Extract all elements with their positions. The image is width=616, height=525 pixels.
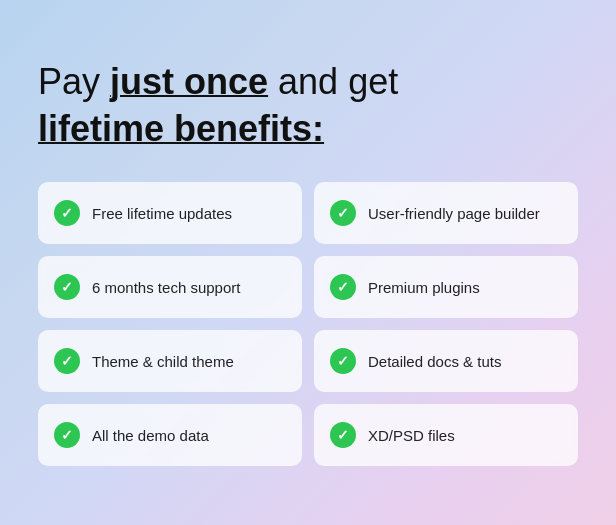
benefit-card-6-months-tech-support: 6 months tech support (38, 256, 302, 318)
headline-text: Pay just once and get (38, 61, 398, 102)
benefit-label-theme-child-theme: Theme & child theme (92, 352, 234, 372)
benefit-card-all-demo-data: All the demo data (38, 404, 302, 466)
check-icon-6-months-tech-support (54, 274, 80, 300)
check-icon-theme-child-theme (54, 348, 80, 374)
benefit-label-xd-psd-files: XD/PSD files (368, 426, 455, 446)
benefit-label-free-lifetime-updates: Free lifetime updates (92, 204, 232, 224)
benefit-label-all-demo-data: All the demo data (92, 426, 209, 446)
benefit-label-6-months-tech-support: 6 months tech support (92, 278, 240, 298)
check-icon-detailed-docs-tuts (330, 348, 356, 374)
benefit-label-user-friendly-page-builder: User-friendly page builder (368, 204, 540, 224)
check-icon-user-friendly-page-builder (330, 200, 356, 226)
check-icon-all-demo-data (54, 422, 80, 448)
benefit-card-detailed-docs-tuts: Detailed docs & tuts (314, 330, 578, 392)
lifetime-benefits-text: lifetime benefits: (38, 106, 578, 153)
benefit-card-user-friendly-page-builder: User-friendly page builder (314, 182, 578, 244)
headline: Pay just once and get lifetime benefits: (38, 59, 578, 153)
check-icon-free-lifetime-updates (54, 200, 80, 226)
benefit-label-premium-plugins: Premium plugins (368, 278, 480, 298)
benefits-grid: Free lifetime updatesUser-friendly page … (38, 182, 578, 466)
benefit-card-premium-plugins: Premium plugins (314, 256, 578, 318)
benefit-card-xd-psd-files: XD/PSD files (314, 404, 578, 466)
benefit-card-free-lifetime-updates: Free lifetime updates (38, 182, 302, 244)
benefit-label-detailed-docs-tuts: Detailed docs & tuts (368, 352, 501, 372)
just-once-text: just once (110, 61, 268, 102)
check-icon-premium-plugins (330, 274, 356, 300)
main-container: Pay just once and get lifetime benefits:… (28, 39, 588, 487)
benefit-card-theme-child-theme: Theme & child theme (38, 330, 302, 392)
check-icon-xd-psd-files (330, 422, 356, 448)
